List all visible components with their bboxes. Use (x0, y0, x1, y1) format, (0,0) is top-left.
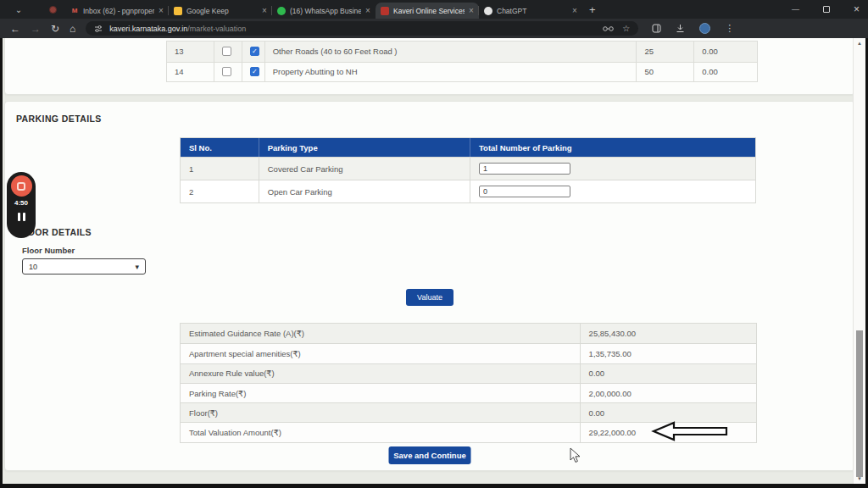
check-icon: ✓ (252, 69, 258, 75)
window-frame-bottom (0, 484, 868, 488)
tab-close-icon[interactable]: × (365, 7, 370, 15)
roads-sl: 13 (167, 42, 214, 62)
gmail-icon: M (70, 7, 79, 15)
table-row: 1 Covered Car Parking (181, 157, 755, 180)
column-header: Total Number of Parking (470, 138, 755, 157)
road-checkbox-checked[interactable]: ✓ (250, 67, 259, 76)
minimize-button[interactable]: — (792, 5, 799, 14)
vertical-scrollbar[interactable]: ▲ ▼ (853, 38, 865, 484)
reload-icon[interactable]: ↻ (51, 23, 59, 35)
tab-whatsapp-business[interactable]: (16) WhatsApp Business × (272, 3, 376, 19)
tab-label: Inbox (62) - pgnproperties@g (83, 7, 154, 15)
roads-card: 13 ✓ Other Roads (40 to 60 Feet Road ) 2… (4, 38, 855, 95)
bookmark-icon[interactable]: ☆ (622, 24, 630, 33)
road-rate: 25 (636, 42, 693, 62)
pause-recording-button[interactable] (18, 213, 25, 221)
save-and-continue-button[interactable]: Save and Continue (389, 446, 471, 464)
valuate-button[interactable]: Valuate (406, 289, 453, 306)
parking-type: Covered Car Parking (259, 158, 470, 180)
parking-type: Open Car Parking (259, 180, 470, 202)
site-settings-tune-icon[interactable] (94, 25, 103, 33)
parking-sl: 1 (181, 158, 259, 180)
toolbar-right-icons: ⋮ (652, 23, 734, 34)
road-checkbox-checked[interactable]: ✓ (250, 47, 259, 56)
tab-close-icon[interactable]: × (572, 7, 577, 15)
tab-label: Kaveri Online Services (393, 7, 465, 15)
road-checkbox-unchecked[interactable] (222, 47, 231, 56)
covered-parking-count-input[interactable] (479, 163, 570, 175)
google-keep-icon (174, 7, 182, 15)
whatsapp-icon (277, 7, 286, 15)
road-checkbox-unchecked[interactable] (222, 67, 231, 76)
scroll-down-icon[interactable]: ▼ (854, 476, 865, 481)
table-row: Floor(₹) 0.00 (181, 402, 756, 422)
scrollbar-thumb[interactable] (856, 330, 863, 477)
road-type-label: Property Abutting to NH (264, 63, 637, 82)
valuation-value: 1,35,735.00 (580, 344, 756, 363)
browser-toolbar: ← → ↻ ⌂ kaveri.karnataka.gov.in /market-… (0, 19, 868, 38)
parking-table-header: Sl No. Parking Type Total Number of Park… (181, 138, 755, 157)
chevron-down-icon: ▾ (135, 263, 139, 271)
window-frame-left (0, 38, 3, 488)
valuation-label: Total Valuation Amount(₹) (181, 428, 580, 437)
maximize-button[interactable] (823, 6, 830, 13)
check-icon: ✓ (252, 48, 258, 55)
side-panel-icon[interactable] (652, 24, 661, 33)
home-icon[interactable]: ⌂ (70, 23, 75, 35)
back-icon[interactable]: ← (10, 23, 20, 35)
tab-label: (16) WhatsApp Business (290, 7, 361, 15)
new-tab-button[interactable]: + (589, 3, 596, 16)
chatgpt-icon (484, 7, 492, 15)
browser-window: ⌄ M Inbox (62) - pgnproperties@g × Googl… (0, 0, 868, 488)
road-amount: 0.00 (693, 42, 757, 62)
mouse-cursor-icon (570, 447, 581, 463)
tab-kaveri-online-services[interactable]: Kaveri Online Services × (376, 3, 479, 19)
kaveri-icon (381, 7, 389, 15)
valuation-label: Estimated Guidance Rate (A)(₹) (181, 329, 580, 338)
table-row: Annexure Rule value(₹) 0.00 (181, 363, 756, 383)
annotation-arrow-left-icon (651, 421, 729, 441)
download-icon[interactable] (676, 24, 685, 33)
roads-table: 13 ✓ Other Roads (40 to 60 Feet Road ) 2… (166, 41, 758, 82)
road-amount: 0.00 (693, 63, 757, 82)
tab-chatgpt[interactable]: ChatGPT × (479, 3, 582, 19)
floor-number-value: 10 (29, 263, 37, 271)
column-header: Sl No. (181, 138, 259, 157)
table-row: 14 ✓ Property Abutting to NH 50 0.00 (167, 62, 757, 82)
scroll-up-icon[interactable]: ▲ (854, 41, 865, 46)
address-bar[interactable]: kaveri.karnataka.gov.in /market-valuatio… (86, 21, 638, 36)
valuation-value: 0.00 (580, 364, 756, 383)
roads-sl: 14 (167, 63, 214, 82)
valuation-label: Floor(₹) (181, 408, 580, 418)
recording-indicator-icon (49, 6, 57, 14)
valuation-value: 2,00,000.00 (580, 384, 756, 402)
tab-gmail-inbox[interactable]: M Inbox (62) - pgnproperties@g × (65, 3, 169, 19)
stop-recording-button[interactable] (11, 175, 32, 197)
browser-menu-icon[interactable]: ⋮ (725, 23, 734, 34)
recording-timer: 4:50 (14, 199, 28, 207)
table-row: 13 ✓ Other Roads (40 to 60 Feet Road ) 2… (167, 42, 757, 62)
password-manager-icon[interactable] (603, 25, 614, 32)
table-row: Parking Rate(₹) 2,00,000.00 (181, 383, 756, 402)
url-host: kaveri.karnataka.gov.in (109, 25, 187, 33)
valuation-card: PARKING DETAILS Sl No. Parking Type Tota… (4, 101, 855, 471)
tab-strip: ⌄ M Inbox (62) - pgnproperties@g × Googl… (0, 0, 868, 19)
close-window-button[interactable]: × (854, 3, 860, 15)
pause-icon (23, 213, 25, 221)
tab-search-chevron-icon[interactable]: ⌄ (12, 5, 25, 14)
tab-close-icon[interactable]: × (469, 7, 474, 15)
table-row: Apartment special amenities(₹) 1,35,735.… (181, 343, 756, 363)
tab-google-keep[interactable]: Google Keep × (169, 3, 272, 19)
parking-details-heading: PARKING DETAILS (16, 114, 102, 124)
tab-list: M Inbox (62) - pgnproperties@g × Google … (65, 0, 582, 19)
profile-avatar[interactable] (699, 23, 710, 34)
open-parking-count-input[interactable] (479, 186, 570, 197)
stop-icon (17, 182, 25, 191)
parking-table: Sl No. Parking Type Total Number of Park… (180, 137, 756, 203)
tab-close-icon[interactable]: × (262, 7, 267, 15)
tab-label: ChatGPT (497, 7, 568, 15)
page-content: 13 ✓ Other Roads (40 to 60 Feet Road ) 2… (3, 38, 865, 484)
tab-close-icon[interactable]: × (159, 7, 164, 15)
forward-icon: → (31, 23, 41, 35)
floor-number-select[interactable]: 10 ▾ (22, 258, 146, 274)
